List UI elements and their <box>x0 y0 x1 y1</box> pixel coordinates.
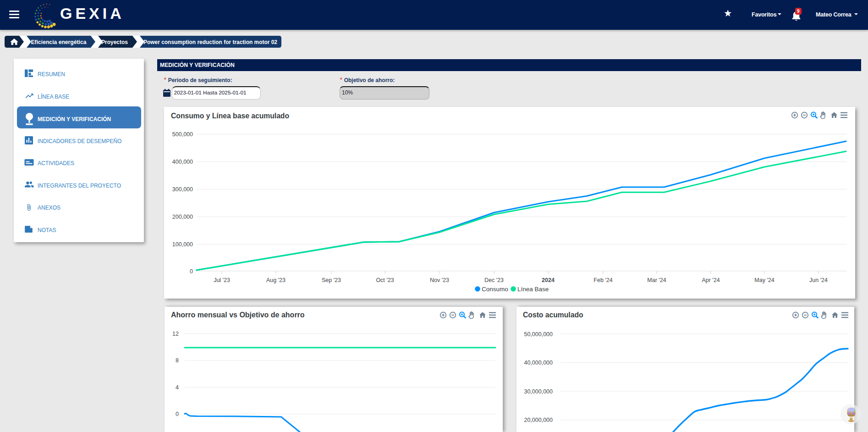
svg-text:100,000: 100,000 <box>172 241 193 248</box>
svg-text:Power consumption reduction fo: Power consumption reduction for traction… <box>143 39 277 45</box>
svg-text:2024: 2024 <box>542 277 555 283</box>
svg-text:300,000: 300,000 <box>172 186 193 193</box>
svg-text:Eficiencia energética: Eficiencia energética <box>31 39 87 45</box>
svg-text:0: 0 <box>176 411 179 417</box>
svg-text:Línea Base: Línea Base <box>517 286 549 293</box>
svg-text:30,000,000: 30,000,000 <box>524 388 553 395</box>
svg-text:Mar '24: Mar '24 <box>647 277 666 283</box>
svg-text:12: 12 <box>172 331 179 337</box>
svg-text:Aug '23: Aug '23 <box>266 277 286 283</box>
svg-text:Jul '23: Jul '23 <box>214 277 230 283</box>
svg-text:Jun '24: Jun '24 <box>809 277 828 283</box>
svg-text:20,000,000: 20,000,000 <box>524 417 553 423</box>
svg-text:Sep '23: Sep '23 <box>322 277 341 283</box>
svg-text:200,000: 200,000 <box>172 214 193 220</box>
svg-text:Feb '24: Feb '24 <box>593 277 612 283</box>
svg-text:Oct '23: Oct '23 <box>376 277 394 283</box>
svg-text:40,000,000: 40,000,000 <box>524 360 553 366</box>
svg-text:0: 0 <box>190 268 193 275</box>
svg-text:Nov '23: Nov '23 <box>430 277 449 283</box>
svg-text:Proyectos: Proyectos <box>101 39 128 45</box>
svg-text:Dec '23: Dec '23 <box>484 277 504 283</box>
svg-text:Consumo: Consumo <box>482 286 508 293</box>
svg-text:50,000,000: 50,000,000 <box>524 331 553 338</box>
svg-text:8: 8 <box>176 357 179 364</box>
svg-text:400,000: 400,000 <box>172 159 193 165</box>
svg-text:Apr '24: Apr '24 <box>702 277 720 283</box>
svg-text:500,000: 500,000 <box>172 131 193 138</box>
svg-text:May '24: May '24 <box>754 277 774 283</box>
svg-text:4: 4 <box>176 384 179 391</box>
